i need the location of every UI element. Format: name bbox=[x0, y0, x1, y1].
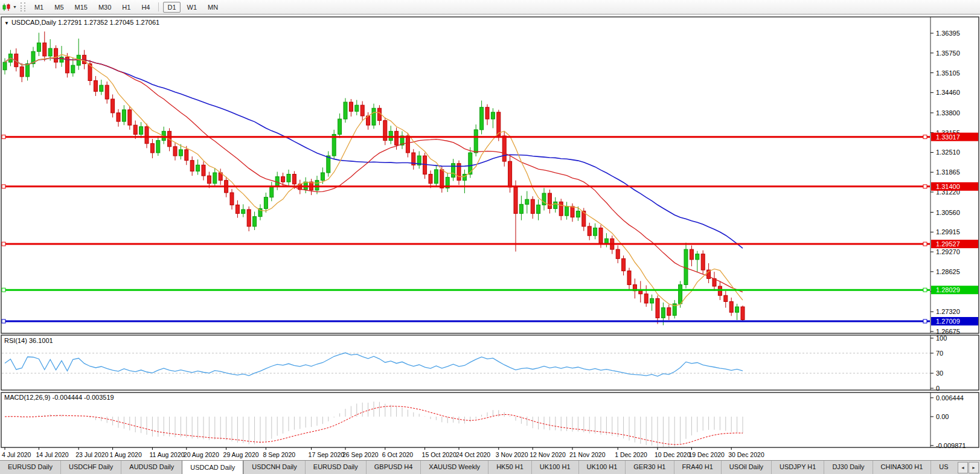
toolbar: ▼ M1M5M15M30H1H4D1W1MN bbox=[0, 0, 980, 14]
hline-handle-right[interactable] bbox=[923, 135, 927, 139]
chart-tab-hk50-h1[interactable]: HK50 H1 bbox=[488, 461, 531, 474]
candle-body bbox=[372, 108, 376, 125]
candle-body bbox=[71, 65, 75, 73]
candle-body bbox=[559, 202, 563, 216]
time-axis[interactable]: 4 Jul 202014 Jul 202023 Jul 20201 Aug 20… bbox=[2, 447, 764, 458]
hline-handle-left[interactable] bbox=[2, 288, 5, 292]
hline-handle-right[interactable] bbox=[923, 319, 927, 323]
price-tick-label: 1.29270 bbox=[936, 248, 960, 255]
candle-body bbox=[519, 204, 523, 213]
rsi-tick-label: 70 bbox=[936, 350, 943, 357]
hline-handle-left[interactable] bbox=[2, 319, 5, 323]
timeframe-button-m1[interactable]: M1 bbox=[30, 2, 48, 13]
candle-body bbox=[100, 85, 103, 91]
price-tag-label: 1.29527 bbox=[936, 240, 960, 248]
rsi-tick-label: 0 bbox=[936, 385, 940, 392]
hline-handle-left[interactable] bbox=[2, 135, 5, 139]
time-tick-label: 14 Jul 2020 bbox=[36, 451, 68, 458]
candle-body bbox=[429, 175, 432, 184]
candle-body bbox=[616, 249, 620, 258]
chart-tab-gbpusd-h4[interactable]: GBPUSD H4 bbox=[366, 461, 421, 474]
candle-body bbox=[94, 81, 97, 92]
hline-handle-right[interactable] bbox=[923, 185, 927, 188]
timeframe-button-w1[interactable]: W1 bbox=[183, 2, 202, 13]
chart-tab-usdchf-daily[interactable]: USDCHF Daily bbox=[60, 461, 121, 474]
time-tick-label: 11 Aug 2020 bbox=[149, 451, 184, 458]
chart-type-icon[interactable] bbox=[1, 2, 12, 11]
chart-tab-usoil-daily[interactable]: USOil Daily bbox=[721, 461, 771, 474]
candle-body bbox=[338, 119, 342, 134]
price-tag-label: 1.27009 bbox=[936, 318, 960, 325]
hline-handle-left[interactable] bbox=[2, 242, 5, 246]
chart-tab-audusd-daily[interactable]: AUDUSD Daily bbox=[121, 461, 182, 474]
chart-tab-uk100-h1[interactable]: UK100 H1 bbox=[531, 461, 578, 474]
chart-tab-eurusd-daily[interactable]: EURUSD Daily bbox=[305, 461, 366, 474]
macd-panel-frame bbox=[1, 392, 979, 447]
time-tick-label: 17 Sep 2020 bbox=[309, 451, 345, 458]
candle-body bbox=[128, 110, 132, 125]
candle-body bbox=[395, 131, 399, 145]
candle-body bbox=[594, 228, 597, 235]
tabs-scroll-left-button[interactable]: ◄ bbox=[958, 462, 968, 473]
chart-tab-dj30-daily[interactable]: DJ30 Daily bbox=[824, 461, 872, 474]
chart-tab-uk100-h1[interactable]: UK100 H1 bbox=[578, 461, 626, 474]
chart-tab-xauusd-weekly[interactable]: XAUUSD Weekly bbox=[420, 461, 488, 474]
candle-body bbox=[440, 170, 444, 188]
timeframe-button-m15[interactable]: M15 bbox=[71, 2, 92, 13]
candle-body bbox=[525, 199, 529, 204]
chart-tab-fra40-h1[interactable]: FRA40 H1 bbox=[674, 461, 721, 474]
candle-body bbox=[48, 48, 52, 56]
price-tag-label: 1.31400 bbox=[936, 183, 960, 190]
price-tag-label: 1.28029 bbox=[936, 286, 960, 293]
hline-handle-left[interactable] bbox=[2, 185, 5, 188]
chart-tab-ger30-h1[interactable]: GER30 H1 bbox=[625, 461, 673, 474]
chart-tab-us[interactable]: US bbox=[930, 461, 956, 474]
hline-handle-right[interactable] bbox=[923, 242, 927, 246]
price-tick-label: 1.29915 bbox=[936, 228, 960, 235]
timeframe-button-m30[interactable]: M30 bbox=[94, 2, 115, 13]
tab-scroll-buttons: ◄ ► bbox=[957, 461, 980, 474]
time-tick-label: 10 Dec 2020 bbox=[655, 451, 691, 458]
dropdown-caret-icon[interactable]: ▼ bbox=[13, 5, 17, 9]
time-tick-label: 3 Nov 2020 bbox=[496, 451, 528, 458]
chart-tab-china300-h1[interactable]: CHINA300 H1 bbox=[873, 461, 931, 474]
candle-body bbox=[139, 127, 143, 135]
timeframe-button-m5[interactable]: M5 bbox=[50, 2, 68, 13]
chart-tab-usdcad-daily[interactable]: USDCAD Daily bbox=[182, 461, 243, 474]
candle-body bbox=[270, 187, 274, 197]
chart-canvas[interactable]: 1.363951.357501.351051.344601.338001.331… bbox=[0, 14, 980, 461]
timeframe-button-h4[interactable]: H4 bbox=[137, 2, 154, 13]
tabs-scroll-right-button[interactable]: ► bbox=[969, 462, 979, 473]
candle-body bbox=[190, 161, 194, 171]
time-tick-label: 19 Dec 2020 bbox=[688, 451, 725, 458]
candle-body bbox=[26, 64, 30, 77]
candle-body bbox=[20, 67, 24, 77]
time-tick-label: 12 Nov 2020 bbox=[530, 451, 566, 458]
chart-tab-usdjpy-h1[interactable]: USDJPY H1 bbox=[771, 461, 824, 474]
candle-body bbox=[117, 113, 120, 121]
candle-body bbox=[604, 239, 608, 243]
candle-body bbox=[202, 165, 205, 176]
candle-body bbox=[735, 307, 739, 312]
timeframe-button-d1[interactable]: D1 bbox=[163, 2, 180, 13]
candle-body bbox=[360, 105, 364, 116]
price-tick-label: 1.31865 bbox=[936, 168, 960, 176]
candle-body bbox=[485, 107, 489, 119]
timeframe-button-mn[interactable]: MN bbox=[203, 2, 222, 13]
hline-handle-right[interactable] bbox=[923, 288, 927, 292]
symbol-dropdown-icon[interactable]: ▼ bbox=[4, 21, 9, 26]
rsi-panel-frame bbox=[1, 335, 979, 390]
chart-tab-eurusd-daily[interactable]: EURUSD Daily bbox=[0, 461, 60, 474]
time-tick-label: 8 Sep 2020 bbox=[263, 451, 295, 458]
toolbar-grip[interactable] bbox=[21, 2, 25, 11]
chart-tab-usdcnh-daily[interactable]: USDCNH Daily bbox=[243, 461, 305, 474]
candle-body bbox=[37, 43, 40, 51]
candle-body bbox=[355, 105, 359, 111]
candle-body bbox=[185, 150, 188, 161]
price-tick-label: 1.30560 bbox=[936, 209, 960, 216]
time-tick-label: 29 Aug 2020 bbox=[223, 451, 259, 458]
timeframe-button-h1[interactable]: H1 bbox=[118, 2, 135, 13]
candlestick-glyph bbox=[2, 3, 11, 11]
time-tick-label: 26 Sep 2020 bbox=[342, 451, 379, 458]
candle-body bbox=[321, 173, 324, 181]
